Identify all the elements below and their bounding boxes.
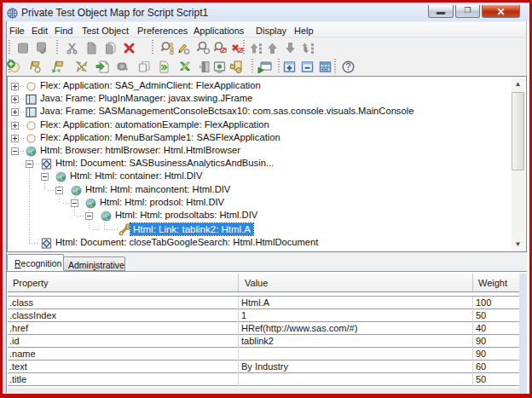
svg-text:?: ? bbox=[346, 61, 351, 72]
